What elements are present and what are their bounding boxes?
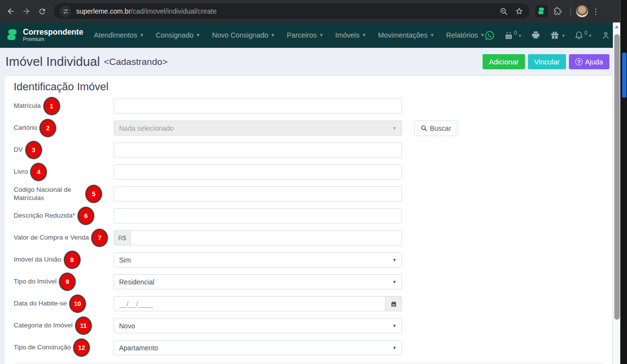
form-row-codigo-nacional: Código Nacional de Matrículas5 <box>14 186 604 202</box>
scrollbar-thumb[interactable] <box>614 34 620 320</box>
brand-logo-icon <box>7 29 19 41</box>
cartorio-select[interactable]: Nada selecionado▼ <box>114 121 402 136</box>
descricao-reduzida-input[interactable] <box>114 208 402 223</box>
buscar-button[interactable]: Buscar <box>414 121 458 136</box>
calendar-dropdown[interactable]: 0 ▼ <box>504 31 522 40</box>
chevron-down-icon: ▼ <box>140 33 144 38</box>
field-label: Tipo de Construção <box>14 344 71 352</box>
menu-parceiros[interactable]: Parceiros▼ <box>287 31 324 39</box>
scrollbar-up-arrow[interactable] <box>613 22 620 31</box>
bookmark-star-icon[interactable] <box>515 7 524 16</box>
page-scrollbar[interactable] <box>613 22 620 364</box>
notifications-count: 0 <box>584 30 587 36</box>
extensions-puzzle-icon[interactable] <box>550 3 566 19</box>
matricula-input[interactable] <box>114 99 402 114</box>
step-badge: 7 <box>92 230 107 246</box>
step-badge: 4 <box>31 164 46 180</box>
chrome-actions: ⋮ <box>535 3 601 19</box>
user-icon <box>601 31 610 40</box>
calendar-addon-button[interactable] <box>385 296 402 311</box>
dv-input[interactable] <box>114 142 402 158</box>
imovel-da-uniao-select[interactable]: Sim▼ <box>114 252 402 267</box>
step-badge: 9 <box>60 274 75 290</box>
site-info-icon[interactable] <box>60 5 71 17</box>
adicionar-button[interactable]: Adicionar <box>483 54 525 69</box>
reload-button[interactable] <box>34 3 50 19</box>
forward-icon <box>22 7 31 16</box>
vincular-button[interactable]: Vincular <box>528 54 566 69</box>
chrome-menu-icon[interactable]: ⋮ <box>590 7 601 16</box>
print-icon[interactable] <box>531 30 541 40</box>
brand-subtitle: Premium <box>23 37 83 42</box>
edge-scrollbar-thumb[interactable] <box>622 53 627 98</box>
form-row-valor-compra-venda: Valor de Compra e Venda7 R$ <box>14 230 604 245</box>
chevron-down-icon: ▼ <box>430 33 434 38</box>
field-label: Código Nacional de Matrículas <box>14 186 83 202</box>
address-bar[interactable]: superleme.com.br/cad/imovel/individual/c… <box>54 3 529 19</box>
tipo-de-construcao-select[interactable]: Apartamento▼ <box>114 340 402 355</box>
edge-scrollbar-track[interactable] <box>620 0 627 364</box>
screen: superleme.com.br/cad/imovel/individual/c… <box>0 0 627 364</box>
menu-novo-consignado[interactable]: Novo Consignado▼ <box>212 31 275 39</box>
back-button[interactable] <box>3 3 19 19</box>
ajuda-button[interactable]: ?Ajuda <box>569 54 609 69</box>
menu-relatorios[interactable]: Relatórios▼ <box>446 31 485 39</box>
brand[interactable]: Correspondente Premium <box>7 28 83 42</box>
browser-toolbar: superleme.com.br/cad/imovel/individual/c… <box>0 0 620 22</box>
field-label: Valor de Compra e Venda <box>14 234 89 242</box>
form-row-cartorio: Cartório2 Nada selecionado▼ Buscar <box>14 121 604 136</box>
chevron-down-icon: ▼ <box>392 345 397 350</box>
categoria-do-imovel-select[interactable]: Novo▼ <box>114 318 402 333</box>
reload-icon <box>38 7 46 16</box>
field-label: Matrícula <box>14 102 41 110</box>
gift-dropdown[interactable]: ▼ <box>550 30 565 40</box>
main-menu: Atendimentos▼ Consignado▼ Novo Consignad… <box>94 31 485 39</box>
codigo-nacional-input[interactable] <box>114 186 402 202</box>
menu-atendimentos[interactable]: Atendimentos▼ <box>94 31 144 39</box>
brand-title: Correspondente <box>23 28 83 37</box>
valor-compra-venda-input[interactable] <box>130 230 402 245</box>
data-habite-se-input[interactable] <box>114 296 385 311</box>
menu-imoveis[interactable]: Imóveis▼ <box>335 31 366 39</box>
calendar-icon <box>504 31 513 40</box>
profile-avatar[interactable] <box>576 5 588 18</box>
form-row-dv: DV3 <box>14 142 604 158</box>
chevron-down-icon: ▼ <box>196 33 201 38</box>
step-badge: 1 <box>44 98 59 114</box>
field-label: Categoria do Imóvel <box>14 322 73 330</box>
chevron-down-icon: ▼ <box>392 324 397 328</box>
form-row-tipo-de-construcao: Tipo de Construção12 Apartamento▼ <box>14 340 604 355</box>
chevron-down-icon: ▼ <box>319 33 324 38</box>
menu-consignado[interactable]: Consignado▼ <box>156 31 200 39</box>
zoom-icon[interactable] <box>500 7 508 16</box>
form-row-imovel-da-uniao: Imóvel da União8 Sim▼ <box>14 252 604 267</box>
field-label: Cartório <box>14 124 37 132</box>
browser-window: superleme.com.br/cad/imovel/individual/c… <box>0 0 620 364</box>
tipo-do-imovel-select[interactable]: Residencial▼ <box>114 274 402 289</box>
step-badge: 2 <box>40 120 55 136</box>
chevron-down-icon: ▼ <box>518 34 522 38</box>
form-row-descricao-reduzida: Descrição Reduzida*6 <box>14 208 604 223</box>
chevron-down-icon: ▼ <box>588 34 592 38</box>
forward-button[interactable] <box>19 3 34 19</box>
menu-movimentacoes[interactable]: Movimentações▼ <box>378 31 434 39</box>
page-state: <Cadastrando> <box>104 57 168 67</box>
field-label: Descrição Reduzida* <box>14 212 75 220</box>
field-label: DV <box>14 146 23 154</box>
step-badge: 12 <box>74 340 89 356</box>
whatsapp-icon[interactable] <box>485 30 495 40</box>
chevron-down-icon: ▼ <box>392 258 397 263</box>
navbar-icon-group: 0 ▼ ▼ 0 ▼ <box>485 30 623 40</box>
form-row-matricula: Matrícula1 <box>14 99 604 114</box>
livro-input[interactable] <box>114 164 402 180</box>
question-circle-icon: ? <box>575 58 583 65</box>
step-badge: 6 <box>79 208 93 224</box>
notifications-dropdown[interactable]: 0 ▼ <box>574 31 592 40</box>
field-label: Tipo do Imóvel <box>14 278 57 286</box>
step-badge: 11 <box>76 318 91 334</box>
step-badge: 10 <box>70 296 85 312</box>
page-header: Imóvel Individual <Cadastrando> Adiciona… <box>0 48 613 76</box>
superleme-extension-icon[interactable] <box>535 5 548 18</box>
gift-icon <box>550 30 560 40</box>
field-label: Imóvel da União <box>14 256 61 264</box>
